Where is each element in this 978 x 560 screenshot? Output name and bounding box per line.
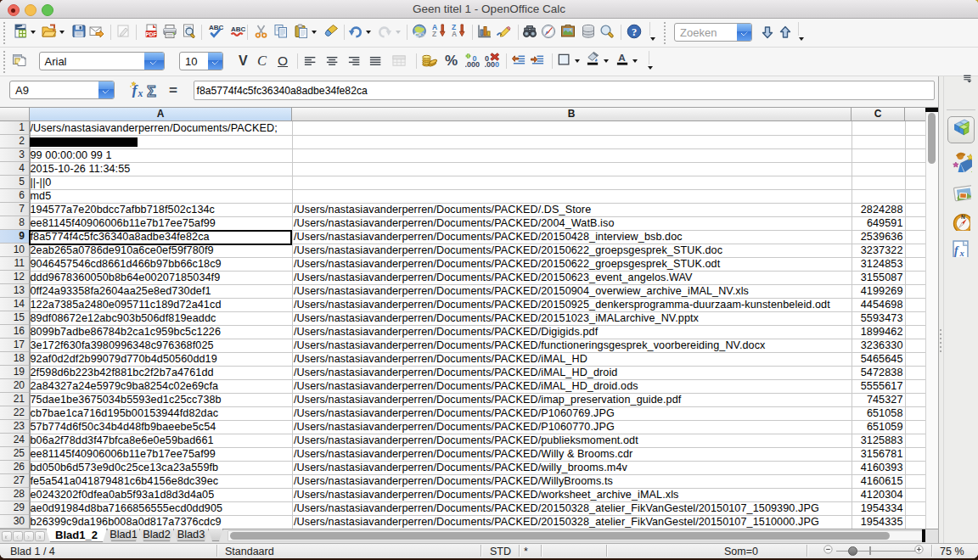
svg-text:.00: .00 xyxy=(485,60,495,68)
svg-text:A: A xyxy=(618,52,626,64)
svg-text:.000: .000 xyxy=(465,60,480,68)
svg-text:N: N xyxy=(961,214,965,220)
svg-text:Z: Z xyxy=(432,30,436,38)
svg-text:0: 0 xyxy=(495,60,499,68)
svg-text:ABC: ABC xyxy=(231,25,246,33)
svg-text:A: A xyxy=(452,30,457,38)
svg-text:PDF: PDF xyxy=(145,31,156,37)
svg-text:?: ? xyxy=(632,26,637,38)
svg-text:x: x xyxy=(138,88,143,98)
svg-text:ABC: ABC xyxy=(209,24,224,31)
svg-text:Σ: Σ xyxy=(147,83,156,99)
svg-text:x: x xyxy=(958,249,964,257)
